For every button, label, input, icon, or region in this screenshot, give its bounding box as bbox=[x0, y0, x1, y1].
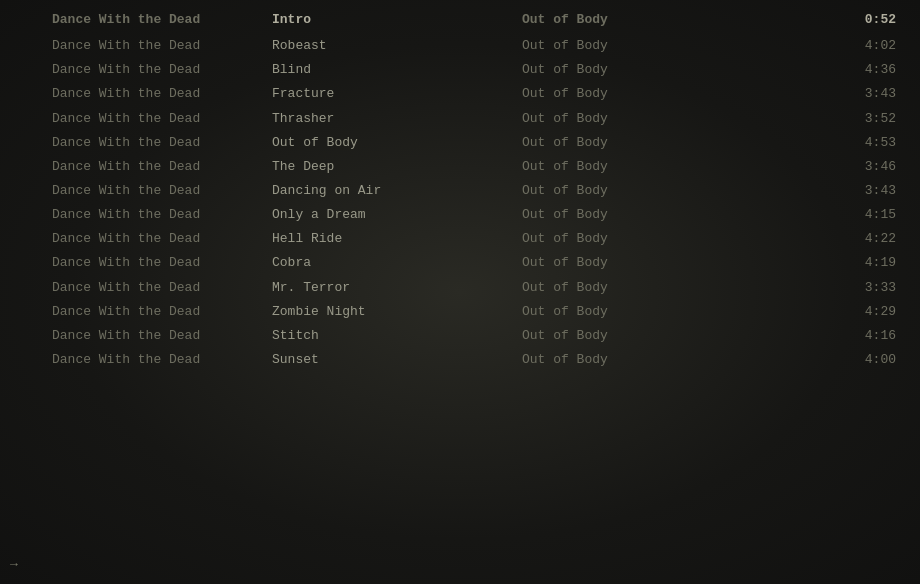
track-title: Fracture bbox=[272, 84, 522, 104]
header-album: Out of Body bbox=[522, 10, 722, 30]
track-row[interactable]: Dance With the DeadRobeastOut of Body4:0… bbox=[0, 34, 920, 58]
track-list: Dance With the Dead Intro Out of Body 0:… bbox=[0, 0, 920, 380]
track-artist: Dance With the Dead bbox=[52, 229, 272, 249]
track-row[interactable]: Dance With the DeadThe DeepOut of Body3:… bbox=[0, 155, 920, 179]
track-duration: 4:29 bbox=[722, 302, 904, 322]
track-album: Out of Body bbox=[522, 278, 722, 298]
header-duration: 0:52 bbox=[722, 10, 904, 30]
track-title: Sunset bbox=[272, 350, 522, 370]
track-row[interactable]: Dance With the DeadSunsetOut of Body4:00 bbox=[0, 348, 920, 372]
track-duration: 4:02 bbox=[722, 36, 904, 56]
track-row[interactable]: Dance With the DeadCobraOut of Body4:19 bbox=[0, 251, 920, 275]
track-duration: 3:33 bbox=[722, 278, 904, 298]
track-artist: Dance With the Dead bbox=[52, 278, 272, 298]
track-duration: 4:36 bbox=[722, 60, 904, 80]
track-artist: Dance With the Dead bbox=[52, 181, 272, 201]
track-title: Out of Body bbox=[272, 133, 522, 153]
track-title: Blind bbox=[272, 60, 522, 80]
track-title: Mr. Terror bbox=[272, 278, 522, 298]
track-artist: Dance With the Dead bbox=[52, 60, 272, 80]
track-list-header: Dance With the Dead Intro Out of Body 0:… bbox=[0, 8, 920, 34]
track-duration: 4:00 bbox=[722, 350, 904, 370]
track-title: The Deep bbox=[272, 157, 522, 177]
track-row[interactable]: Dance With the DeadThrasherOut of Body3:… bbox=[0, 107, 920, 131]
track-album: Out of Body bbox=[522, 133, 722, 153]
track-title: Thrasher bbox=[272, 109, 522, 129]
track-artist: Dance With the Dead bbox=[52, 350, 272, 370]
track-album: Out of Body bbox=[522, 302, 722, 322]
track-row[interactable]: Dance With the DeadDancing on AirOut of … bbox=[0, 179, 920, 203]
arrow-indicator: → bbox=[10, 557, 18, 572]
track-title: Hell Ride bbox=[272, 229, 522, 249]
track-row[interactable]: Dance With the DeadOnly a DreamOut of Bo… bbox=[0, 203, 920, 227]
header-artist: Dance With the Dead bbox=[52, 10, 272, 30]
track-artist: Dance With the Dead bbox=[52, 326, 272, 346]
track-artist: Dance With the Dead bbox=[52, 302, 272, 322]
track-duration: 4:53 bbox=[722, 133, 904, 153]
track-duration: 4:16 bbox=[722, 326, 904, 346]
track-row[interactable]: Dance With the DeadMr. TerrorOut of Body… bbox=[0, 276, 920, 300]
track-row[interactable]: Dance With the DeadStitchOut of Body4:16 bbox=[0, 324, 920, 348]
track-row[interactable]: Dance With the DeadZombie NightOut of Bo… bbox=[0, 300, 920, 324]
header-title: Intro bbox=[272, 10, 522, 30]
track-album: Out of Body bbox=[522, 109, 722, 129]
track-duration: 3:43 bbox=[722, 84, 904, 104]
track-duration: 3:52 bbox=[722, 109, 904, 129]
track-album: Out of Body bbox=[522, 205, 722, 225]
track-album: Out of Body bbox=[522, 84, 722, 104]
track-row[interactable]: Dance With the DeadBlindOut of Body4:36 bbox=[0, 58, 920, 82]
track-artist: Dance With the Dead bbox=[52, 84, 272, 104]
track-row[interactable]: Dance With the DeadOut of BodyOut of Bod… bbox=[0, 131, 920, 155]
track-row[interactable]: Dance With the DeadHell RideOut of Body4… bbox=[0, 227, 920, 251]
track-duration: 3:46 bbox=[722, 157, 904, 177]
track-title: Cobra bbox=[272, 253, 522, 273]
track-title: Robeast bbox=[272, 36, 522, 56]
track-artist: Dance With the Dead bbox=[52, 157, 272, 177]
track-album: Out of Body bbox=[522, 229, 722, 249]
track-album: Out of Body bbox=[522, 326, 722, 346]
track-artist: Dance With the Dead bbox=[52, 205, 272, 225]
track-album: Out of Body bbox=[522, 60, 722, 80]
track-title: Only a Dream bbox=[272, 205, 522, 225]
track-duration: 3:43 bbox=[722, 181, 904, 201]
track-album: Out of Body bbox=[522, 181, 722, 201]
track-album: Out of Body bbox=[522, 350, 722, 370]
track-artist: Dance With the Dead bbox=[52, 109, 272, 129]
track-duration: 4:15 bbox=[722, 205, 904, 225]
track-title: Zombie Night bbox=[272, 302, 522, 322]
track-title: Dancing on Air bbox=[272, 181, 522, 201]
track-duration: 4:22 bbox=[722, 229, 904, 249]
track-row[interactable]: Dance With the DeadFractureOut of Body3:… bbox=[0, 82, 920, 106]
track-artist: Dance With the Dead bbox=[52, 36, 272, 56]
track-album: Out of Body bbox=[522, 157, 722, 177]
track-album: Out of Body bbox=[522, 253, 722, 273]
track-artist: Dance With the Dead bbox=[52, 253, 272, 273]
track-album: Out of Body bbox=[522, 36, 722, 56]
track-duration: 4:19 bbox=[722, 253, 904, 273]
track-title: Stitch bbox=[272, 326, 522, 346]
track-artist: Dance With the Dead bbox=[52, 133, 272, 153]
